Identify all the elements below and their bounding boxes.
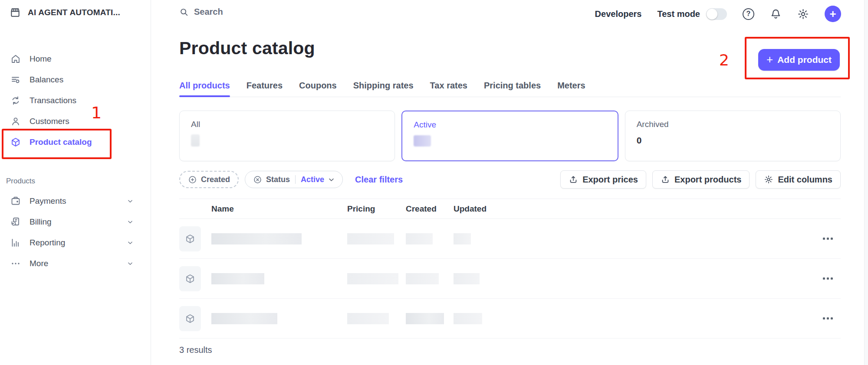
export-products-button[interactable]: Export products: [652, 170, 750, 189]
summary-card-all[interactable]: All: [179, 111, 395, 161]
table-header: Name Pricing Created Updated: [179, 199, 841, 219]
row-overflow-menu-icon[interactable]: [806, 317, 841, 319]
chevron-down-icon: [328, 176, 335, 183]
sidebar-item-home[interactable]: Home: [0, 49, 151, 69]
stripe-dashboard: AI AGENT AUTOMATI... Home Balances Trans…: [0, 0, 868, 365]
sidebar-item-customers[interactable]: Customers: [0, 111, 151, 132]
catalog-tabs: All products Features Coupons Shipping r…: [179, 81, 841, 97]
export-icon: [661, 175, 670, 184]
global-search[interactable]: [179, 7, 405, 17]
redacted-created: [406, 233, 433, 244]
topbar-actions: Developers Test mode ? +: [595, 6, 841, 22]
tab-features[interactable]: Features: [247, 81, 283, 91]
column-header-created[interactable]: Created: [406, 204, 454, 214]
sidebar-item-transactions[interactable]: Transactions: [0, 90, 151, 111]
tab-meters[interactable]: Meters: [557, 81, 585, 91]
row-overflow-menu-icon[interactable]: [806, 277, 841, 280]
column-header-updated[interactable]: Updated: [454, 204, 510, 214]
account-switcher[interactable]: AI AGENT AUTOMATI...: [10, 7, 120, 18]
product-cube-icon: [179, 226, 201, 251]
redacted-updated: [454, 313, 482, 324]
sidebar-products-nav: Payments Billing Reporting: [0, 191, 151, 274]
add-product-button[interactable]: + Add product: [758, 49, 840, 71]
results-count: 3 results: [179, 345, 212, 355]
product-cube-icon: [179, 306, 201, 331]
sidebar-item-label: Reporting: [30, 238, 65, 248]
sidebar-item-reporting[interactable]: Reporting: [0, 232, 151, 253]
page-title: Product catalog: [179, 38, 315, 59]
balances-icon: [10, 75, 21, 85]
tab-all-products[interactable]: All products: [179, 81, 230, 91]
home-icon: [10, 54, 21, 64]
notifications-bell-icon[interactable]: [770, 8, 782, 20]
card-value: 0: [637, 135, 829, 146]
chevron-down-icon: [127, 261, 133, 267]
annotation-number-2: 2: [719, 51, 729, 69]
add-product-label: Add product: [777, 55, 832, 65]
sidebar-item-payments[interactable]: Payments: [0, 191, 151, 212]
clear-filters-link[interactable]: Clear filters: [355, 175, 403, 185]
card-label: Archived: [637, 120, 829, 129]
ellipsis-icon: [10, 258, 21, 269]
tab-pricing-tables[interactable]: Pricing tables: [484, 81, 541, 91]
tab-tax-rates[interactable]: Tax rates: [430, 81, 467, 91]
tab-shipping-rates[interactable]: Shipping rates: [353, 81, 414, 91]
sidebar-item-product-catalog[interactable]: Product catalog: [0, 132, 151, 153]
redacted-pricing: [347, 233, 394, 244]
table-row[interactable]: [179, 219, 841, 259]
column-header-name[interactable]: Name: [211, 204, 347, 214]
summary-card-archived[interactable]: Archived 0: [625, 111, 841, 161]
created-filter-pill[interactable]: Created: [179, 171, 239, 188]
sidebar-item-more[interactable]: More: [0, 253, 151, 274]
sidebar-item-billing[interactable]: Billing: [0, 212, 151, 232]
developers-link[interactable]: Developers: [595, 9, 642, 19]
redacted-count: [414, 135, 431, 147]
test-mode-toggle[interactable]: [706, 8, 727, 20]
redacted-name: [211, 233, 302, 244]
scrollbar[interactable]: [864, 0, 868, 365]
redacted-updated: [454, 233, 471, 244]
chevron-down-icon: [127, 240, 133, 246]
export-prices-button[interactable]: Export prices: [560, 170, 646, 189]
sidebar-item-balances[interactable]: Balances: [0, 69, 151, 90]
chevron-down-icon: [127, 198, 133, 204]
status-filter-pill[interactable]: Status Active: [245, 171, 343, 188]
sidebar-item-label: Transactions: [30, 96, 76, 105]
export-products-label: Export products: [674, 175, 741, 185]
table-row[interactable]: [179, 299, 841, 339]
redacted-created: [406, 313, 444, 324]
help-icon[interactable]: ?: [743, 8, 754, 20]
filter-toolbar: Created Status Active Clear filters Expo…: [179, 170, 841, 189]
transactions-icon: [10, 95, 21, 106]
table-actions: Export prices Export products Edit colum…: [560, 170, 841, 189]
row-overflow-menu-icon[interactable]: [806, 238, 841, 240]
sidebar-item-label: Balances: [30, 75, 63, 85]
sidebar-item-label: Billing: [30, 217, 52, 227]
test-mode-control: Test mode: [657, 8, 727, 20]
pill-divider: [295, 175, 296, 184]
toggle-knob: [707, 9, 717, 20]
table-row[interactable]: [179, 259, 841, 299]
search-input[interactable]: [194, 7, 376, 17]
tab-coupons[interactable]: Coupons: [299, 81, 337, 91]
edit-columns-button[interactable]: Edit columns: [756, 170, 841, 189]
plus-icon: +: [766, 54, 773, 65]
test-mode-label: Test mode: [657, 9, 700, 19]
redacted-pricing: [347, 313, 389, 324]
status-filter-label: Status: [266, 175, 290, 184]
plus-circle-icon: [188, 175, 197, 184]
summary-card-active[interactable]: Active: [401, 111, 618, 161]
redacted-created: [406, 273, 439, 284]
export-icon: [569, 175, 578, 184]
redacted-updated: [454, 273, 480, 284]
search-icon: [179, 7, 189, 17]
card-label: All: [191, 120, 383, 129]
sidebar-item-label: Customers: [30, 117, 69, 126]
summary-cards: All Active Archived 0: [179, 111, 841, 161]
redacted-name: [211, 273, 264, 284]
products-table: Name Pricing Created Updated: [179, 199, 841, 339]
card-label: Active: [414, 120, 606, 130]
create-plus-button[interactable]: +: [825, 6, 841, 22]
column-header-pricing[interactable]: Pricing: [347, 204, 406, 214]
settings-gear-icon[interactable]: [797, 8, 809, 20]
